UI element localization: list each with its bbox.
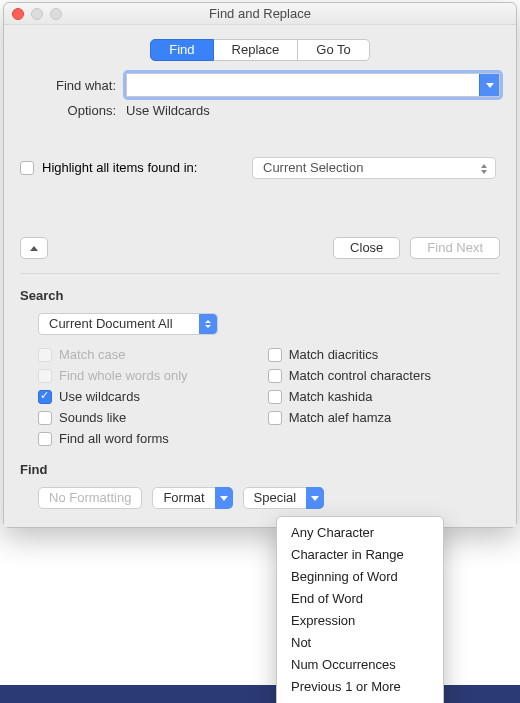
menu-item-character-in-range[interactable]: Character in Range (277, 544, 443, 566)
titlebar: Find and Replace (4, 3, 516, 25)
no-formatting-button[interactable]: No Formatting (38, 487, 142, 509)
collapse-button[interactable] (20, 237, 48, 259)
menu-item-0-or-more-characters[interactable]: 0 or More Characters (277, 698, 443, 703)
find-format-row: No Formatting Format Special (20, 487, 500, 509)
match-case-row: Match case (38, 347, 188, 362)
tab-find[interactable]: Find (150, 39, 213, 61)
match-control-row: Match control characters (268, 368, 431, 383)
word-forms-checkbox[interactable] (38, 432, 52, 446)
special-popup-menu: Any Character Character in Range Beginni… (276, 516, 444, 703)
options-row: Options: Use Wildcards (20, 103, 500, 118)
match-case-label: Match case (59, 347, 125, 362)
action-button-row: Close Find Next (20, 237, 500, 259)
sounds-like-label: Sounds like (59, 410, 126, 425)
menu-item-not[interactable]: Not (277, 632, 443, 654)
word-forms-label: Find all word forms (59, 431, 169, 446)
whole-words-checkbox (38, 369, 52, 383)
special-label: Special (254, 488, 297, 508)
match-control-checkbox[interactable] (268, 369, 282, 383)
menu-item-beginning-of-word[interactable]: Beginning of Word (277, 566, 443, 588)
sounds-like-row: Sounds like (38, 410, 188, 425)
window-title: Find and Replace (209, 6, 311, 21)
match-kashida-checkbox[interactable] (268, 390, 282, 404)
separator (20, 273, 500, 274)
match-alef-checkbox[interactable] (268, 411, 282, 425)
special-menu-button[interactable]: Special (243, 487, 325, 509)
highlight-label: Highlight all items found in: (42, 160, 197, 175)
updown-icon (199, 314, 217, 334)
match-kashida-row: Match kashida (268, 389, 431, 404)
find-what-combo (126, 73, 500, 97)
format-label: Format (163, 488, 204, 508)
options-value: Use Wildcards (126, 103, 210, 118)
use-wildcards-row: Use wildcards (38, 389, 188, 404)
word-forms-row: Find all word forms (38, 431, 188, 446)
no-formatting-label: No Formatting (49, 488, 131, 508)
search-scope-select[interactable]: Current Document All (38, 313, 218, 335)
highlight-scope-value: Current Selection (263, 160, 363, 175)
whole-words-row: Find whole words only (38, 368, 188, 383)
dialog-content: Find Replace Go To Find what: Options: U… (4, 25, 516, 527)
close-button[interactable]: Close (333, 237, 400, 259)
match-kashida-label: Match kashida (289, 389, 373, 404)
format-menu-button[interactable]: Format (152, 487, 232, 509)
menu-item-end-of-word[interactable]: End of Word (277, 588, 443, 610)
updown-icon (477, 161, 491, 177)
window-controls (12, 8, 62, 20)
whole-words-label: Find whole words only (59, 368, 188, 383)
search-options-right: Match diacritics Match control character… (268, 347, 431, 446)
match-alef-row: Match alef hamza (268, 410, 431, 425)
search-options: Match case Find whole words only Use wil… (20, 347, 500, 446)
menu-item-previous-1-or-more[interactable]: Previous 1 or More (277, 676, 443, 698)
find-replace-dialog: Find and Replace Find Replace Go To Find… (3, 2, 517, 528)
find-heading: Find (20, 462, 500, 477)
match-diacritics-label: Match diacritics (289, 347, 379, 362)
highlight-checkbox[interactable] (20, 161, 34, 175)
match-control-label: Match control characters (289, 368, 431, 383)
match-alef-label: Match alef hamza (289, 410, 392, 425)
search-heading: Search (20, 288, 500, 303)
chevron-down-icon (215, 487, 233, 509)
minimize-window-icon (31, 8, 43, 20)
find-what-label: Find what: (20, 78, 126, 93)
chevron-down-icon (306, 487, 324, 509)
find-what-history-icon[interactable] (479, 74, 499, 96)
zoom-window-icon (50, 8, 62, 20)
menu-item-num-occurrences[interactable]: Num Occurrences (277, 654, 443, 676)
chevron-up-icon (30, 246, 38, 251)
find-what-row: Find what: (20, 73, 500, 97)
use-wildcards-checkbox[interactable] (38, 390, 52, 404)
match-diacritics-checkbox[interactable] (268, 348, 282, 362)
menu-item-any-character[interactable]: Any Character (277, 522, 443, 544)
match-diacritics-row: Match diacritics (268, 347, 431, 362)
menu-item-expression[interactable]: Expression (277, 610, 443, 632)
search-scope-value: Current Document All (49, 316, 173, 331)
close-window-icon[interactable] (12, 8, 24, 20)
highlight-scope-select[interactable]: Current Selection (252, 157, 496, 179)
tab-replace[interactable]: Replace (214, 39, 299, 61)
use-wildcards-label: Use wildcards (59, 389, 140, 404)
match-case-checkbox (38, 348, 52, 362)
tab-goto[interactable]: Go To (298, 39, 369, 61)
search-options-left: Match case Find whole words only Use wil… (38, 347, 188, 446)
sounds-like-checkbox[interactable] (38, 411, 52, 425)
find-next-button[interactable]: Find Next (410, 237, 500, 259)
find-what-input[interactable] (126, 73, 500, 97)
options-label: Options: (20, 103, 126, 118)
tab-switcher: Find Replace Go To (20, 39, 500, 61)
